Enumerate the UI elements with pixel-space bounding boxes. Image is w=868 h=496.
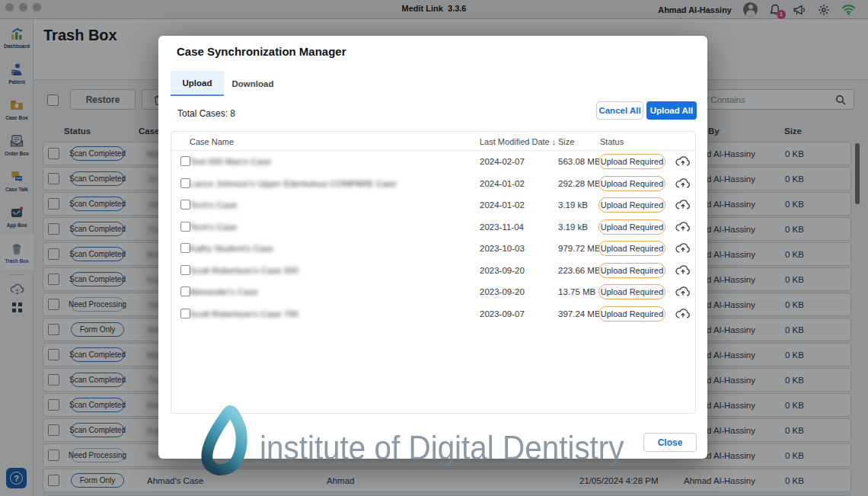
case-name: Kathy Student's Case [190,244,273,253]
last-modified-date: 2024-01-02 [480,200,525,210]
sync-table-row[interactable]: Alexander's Case 2023-09-20 13.75 MB Upl… [171,281,695,303]
case-name: Scott Robertson's Case 000 [190,266,298,275]
upload-required-badge: Upload Required [598,241,665,256]
case-name: Alexander's Case [190,287,258,296]
case-name: Scott Robertson's Case 700 [190,309,298,318]
last-modified-date: 2023-09-07 [480,309,525,318]
sync-table-row[interactable]: Tech's Case 2023-11-04 3.19 kB Upload Re… [171,216,695,238]
case-name: Lance Johnson's Upper Edentulous COMPARE… [190,179,397,188]
sync-table-header: Case Name Last Modified Date ↓ Size Stat… [171,132,695,151]
size: 3.19 kB [558,200,588,210]
upload-cloud-icon[interactable] [675,242,691,254]
column-header-size[interactable]: Size [558,137,574,146]
sync-table-row[interactable]: Tech's Case 2024-01-02 3.19 kB Upload Re… [171,194,695,216]
upload-cloud-icon[interactable] [675,155,691,168]
column-header-status[interactable]: Status [600,137,624,146]
sync-table-row[interactable]: Test 000 Man's Case 2024-02-07 563.08 MB… [171,151,695,173]
case-name: Tech's Case [190,222,237,232]
upload-cloud-icon[interactable] [675,307,691,320]
last-modified-date: 2023-11-04 [480,222,524,232]
last-modified-date: 2023-10-03 [480,244,525,253]
last-modified-date: 2023-09-20 [480,266,525,275]
case-name: Tech's Case [190,200,237,210]
column-header-last-modified[interactable]: Last Modified Date ↓ [480,137,556,146]
sync-table-row[interactable]: Lance Johnson's Upper Edentulous COMPARE… [171,173,695,195]
tab-download[interactable]: Download [224,71,282,96]
upload-required-badge: Upload Required [598,176,665,191]
column-header-case-name[interactable]: Case Name [190,137,234,146]
size: 223.66 MB [558,266,601,275]
size: 3.19 kB [558,222,588,232]
case-name: Test 000 Man's Case [190,157,271,166]
sync-table-row[interactable]: Scott Robertson's Case 000 2023-09-20 22… [171,260,695,282]
upload-cloud-icon[interactable] [675,220,691,233]
close-button[interactable]: Close [643,433,697,452]
cancel-all-label: Cancel All [598,106,640,115]
size: 13.75 MB [558,287,595,296]
tab-label: Upload [183,78,212,88]
upload-cloud-icon[interactable] [675,264,691,277]
app-window: Medit Link 3.3.6 Ahmad Al-Hassiny 1 Dash… [0,0,868,496]
size: 979.72 MB [558,244,601,253]
sync-table-row[interactable]: Scott Robertson's Case 700 2023-09-07 39… [171,303,695,325]
sync-table-row[interactable]: Kathy Student's Case 2023-10-03 979.72 M… [171,238,695,260]
tab-upload[interactable]: Upload [171,71,224,96]
upload-required-badge: Upload Required [598,306,665,322]
tab-label: Download [232,79,274,88]
upload-required-badge: Upload Required [598,197,665,213]
case-sync-manager-dialog: Case Synchronization Manager Upload Down… [158,36,707,459]
sync-cases-table: Case Name Last Modified Date ↓ Size Stat… [171,131,696,414]
upload-required-badge: Upload Required [598,219,665,235]
sort-descending-icon[interactable]: ↓ [552,137,557,146]
upload-cloud-icon[interactable] [675,285,691,298]
total-cases-label: Total Cases: 8 [177,108,235,119]
upload-cloud-icon[interactable] [675,177,691,190]
upload-all-button[interactable]: Upload All [646,101,697,120]
upload-required-badge: Upload Required [598,154,665,169]
upload-required-badge: Upload Required [598,263,665,278]
close-button-label: Close [658,437,683,448]
upload-all-label: Upload All [650,106,693,115]
last-modified-date: 2024-01-02 [480,179,525,188]
size: 292.28 MB [558,179,601,188]
size: 397.24 MB [558,309,601,318]
last-modified-date: 2024-02-07 [480,157,525,166]
upload-cloud-icon[interactable] [675,198,691,211]
cancel-all-button[interactable]: Cancel All [596,101,643,120]
last-modified-date: 2023-09-20 [480,287,525,296]
dialog-title: Case Synchronization Manager [177,45,346,58]
upload-required-badge: Upload Required [598,284,665,299]
size: 563.08 MB [558,157,601,166]
